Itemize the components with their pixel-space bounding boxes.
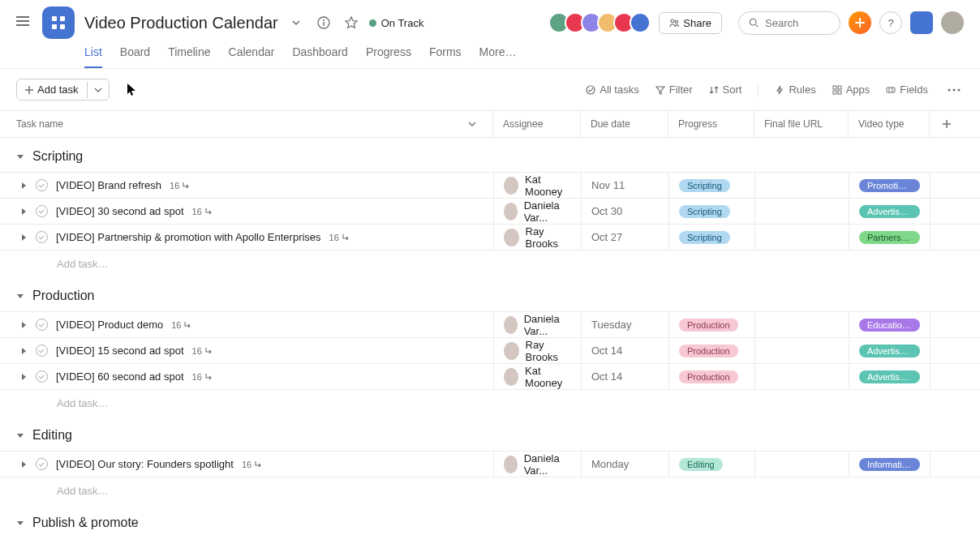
assignee-cell[interactable]: Ray Brooks [493,225,581,250]
expand-task-icon[interactable] [19,208,28,216]
apps-button[interactable]: Apps [832,83,870,96]
due-date-cell[interactable]: Oct 27 [581,225,668,250]
type-cell[interactable]: Informational [849,452,930,477]
expand-task-icon[interactable] [19,460,28,469]
add-column-button[interactable] [930,111,964,137]
search-box[interactable] [738,11,840,35]
tab-more[interactable]: More… [479,41,517,68]
add-task-inline[interactable]: Add task… [0,389,980,417]
member-avatars[interactable] [553,12,651,33]
task-row[interactable]: [VIDEO] 30 second ad spot16 Daniela Var.… [0,198,980,224]
collapse-section-icon[interactable] [16,519,24,527]
column-due-date[interactable]: Due date [581,111,668,137]
task-row[interactable]: [VIDEO] Product demo16 Daniela Var...Tue… [0,311,980,337]
due-date-cell[interactable]: Nov 11 [581,173,668,198]
file-cell[interactable] [754,312,849,337]
file-cell[interactable] [754,199,849,224]
section-title[interactable]: Editing [32,428,72,443]
due-date-cell[interactable]: Oct 14 [581,338,668,363]
progress-cell[interactable]: Scripting [668,173,754,198]
column-final-file[interactable]: Final file URL [754,111,849,137]
collapse-section-icon[interactable] [16,152,24,160]
complete-checkbox[interactable] [36,205,48,217]
assignee-cell[interactable]: Daniela Var... [493,199,581,224]
file-cell[interactable] [754,364,849,389]
collapse-section-icon[interactable] [16,292,24,300]
due-date-cell[interactable]: Oct 14 [581,364,668,389]
status-pill[interactable]: On Track [369,17,424,29]
add-task-main[interactable]: Add task [17,79,87,100]
column-video-type[interactable]: Video type [849,111,930,137]
complete-checkbox[interactable] [36,319,48,331]
expand-task-icon[interactable] [19,182,28,190]
expand-task-icon[interactable] [19,347,28,355]
fields-button[interactable]: Fields [886,83,928,96]
share-button[interactable]: Share [659,12,722,34]
task-row[interactable]: [VIDEO] 15 second ad spot16 Ray BrooksOc… [0,337,980,363]
profile-avatar[interactable] [941,11,964,34]
due-date-cell[interactable]: Oct 30 [581,199,668,224]
filter-button[interactable]: Filter [655,83,693,96]
more-actions-button[interactable] [944,88,964,92]
type-cell[interactable]: Educational [849,312,930,337]
section-title[interactable]: Production [32,289,95,303]
upgrade-button[interactable] [910,11,933,34]
task-row[interactable]: [VIDEO] Brand refresh16 Kat MooneyNov 11… [0,172,980,198]
add-task-dropdown[interactable] [87,82,109,98]
complete-checkbox[interactable] [36,370,48,383]
type-cell[interactable]: Promotional [849,173,930,198]
progress-cell[interactable]: Editing [668,452,754,477]
hamburger-icon[interactable] [16,16,32,32]
expand-task-icon[interactable] [19,373,28,381]
file-cell[interactable] [754,452,849,477]
expand-task-icon[interactable] [19,233,28,242]
tab-dashboard[interactable]: Dashboard [292,41,348,68]
project-title[interactable]: Video Production Calendar [84,14,278,32]
progress-cell[interactable]: Production [668,338,754,363]
assignee-cell[interactable]: Kat Mooney [493,364,581,389]
task-row[interactable]: [VIDEO] Partnership & promotion with Apo… [0,224,980,250]
tab-timeline[interactable]: Timeline [168,41,210,68]
sort-button[interactable]: Sort [709,83,742,96]
section-title[interactable]: Publish & promote [32,516,139,530]
collapse-section-icon[interactable] [16,431,24,439]
type-cell[interactable]: Partnership [849,225,930,250]
progress-cell[interactable]: Scripting [668,199,754,224]
all-tasks-button[interactable]: All tasks [586,83,638,96]
type-cell[interactable]: Advertisem... [849,199,930,224]
task-row[interactable]: [VIDEO] 60 second ad spot16 Kat MooneyOc… [0,363,980,389]
add-task-inline[interactable]: Add task… [0,250,980,277]
progress-cell[interactable]: Production [668,312,754,337]
column-assignee[interactable]: Assignee [493,111,581,137]
assignee-cell[interactable]: Kat Mooney [493,173,581,198]
due-date-cell[interactable]: Tuesday [581,312,668,337]
complete-checkbox[interactable] [36,458,48,470]
column-task-name[interactable]: Task name [0,111,493,137]
assignee-cell[interactable]: Ray Brooks [493,338,581,363]
section-title[interactable]: Scripting [32,149,83,164]
global-add-button[interactable] [849,11,871,34]
add-task-inline[interactable]: Add task… [0,477,980,504]
expand-task-icon[interactable] [19,321,28,329]
help-button[interactable]: ? [879,11,902,34]
info-icon[interactable] [314,13,333,32]
tab-calendar[interactable]: Calendar [229,41,275,68]
tab-list[interactable]: List [84,41,102,68]
complete-checkbox[interactable] [36,345,48,357]
progress-cell[interactable]: Production [668,364,754,389]
tab-forms[interactable]: Forms [429,41,462,68]
task-row[interactable]: [VIDEO] Our story: Founders spotlight16 … [0,451,980,477]
file-cell[interactable] [754,173,849,198]
file-cell[interactable] [754,338,849,363]
complete-checkbox[interactable] [36,179,48,191]
progress-cell[interactable]: Scripting [668,225,754,250]
assignee-cell[interactable]: Daniela Var... [493,452,581,477]
assignee-cell[interactable]: Daniela Var... [493,312,581,337]
search-input[interactable] [765,17,830,29]
tab-board[interactable]: Board [120,41,150,68]
due-date-cell[interactable]: Monday [581,452,668,477]
type-cell[interactable]: Advertisem... [849,338,930,363]
complete-checkbox[interactable] [36,231,48,243]
tab-progress[interactable]: Progress [366,41,411,68]
star-icon[interactable] [342,13,361,32]
